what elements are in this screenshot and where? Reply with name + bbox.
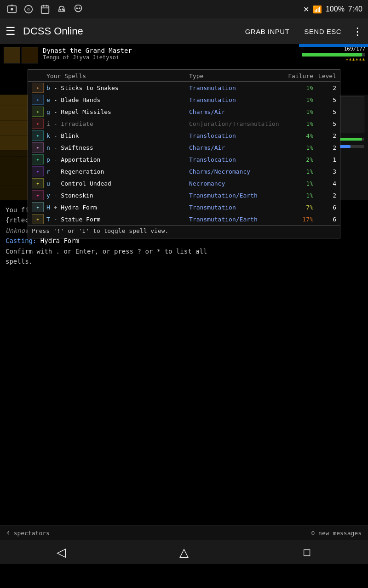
back-button[interactable]: ◁ [43, 543, 80, 561]
spell-level-cell: 5 [313, 96, 336, 103]
spell-icon: ✦ [32, 95, 44, 105]
spell-type-cell: Transmutation [189, 204, 281, 211]
spell-row[interactable]: ✦r - RegenerationCharms/Necromancy1%3 [28, 165, 340, 177]
spell-level-cell: 6 [313, 204, 336, 211]
spell-type-cell: Transmutation/Earth [189, 216, 281, 223]
spell-row[interactable]: ✦H + Hydra FormTransmutation7%6 [28, 201, 340, 213]
game-content: Dynast the Grand Master Tengu of Jiyva J… [0, 44, 368, 564]
svg-point-11 [63, 10, 64, 11]
spell-failure-cell: 1% [281, 192, 313, 199]
spell-row[interactable]: ✦u - Control UndeadNecromancy1%4 [28, 177, 340, 189]
spell-rows-container: ✦b - Sticks to SnakesTransmutation1%2✦e … [28, 82, 340, 225]
more-options-icon[interactable]: ⋮ [352, 26, 362, 37]
spell-icon: ✦ [32, 166, 44, 176]
health-area: 169/177 ****** [299, 46, 368, 64]
spell-icon: ✦ [32, 142, 44, 153]
wifi-icon: 📶 [313, 5, 322, 14]
home-button[interactable]: △ [166, 543, 202, 561]
spell-failure-cell: 7% [281, 204, 313, 211]
calendar-icon [39, 3, 52, 16]
spell-overlay: Your Spells Type Failure Level ✦b - Stic… [28, 69, 340, 238]
spell-type-cell: Transmutation/Earth [189, 192, 281, 199]
spell-row[interactable]: ✦i - IrradiateConjuration/Transmutation1… [28, 118, 340, 130]
spell-name-cell: b - Sticks to Snakes [46, 85, 189, 91]
spell-icon: ✦ [32, 130, 44, 141]
spell-row[interactable]: ✦n - SwiftnessCharms/Air1%2 [28, 141, 340, 153]
portrait-tile-1 [4, 47, 20, 63]
spell-level-cell: 5 [313, 120, 336, 127]
spell-failure-cell: 17% [281, 216, 313, 223]
app-title: DCSS Online [23, 25, 234, 37]
menu-icon[interactable]: ☰ [6, 25, 16, 38]
spectators-count: 4 spectators [6, 530, 50, 537]
spell-failure-cell: 1% [281, 180, 313, 187]
spell-level-cell: 6 [313, 216, 336, 223]
stat-bars: 169/177 ****** [299, 44, 368, 64]
clock: 7:40 [348, 5, 362, 13]
log-line-6: spells. [6, 256, 362, 266]
spell-type-cell: Translocation [189, 156, 281, 163]
spell-name-cell: e - Blade Hands [46, 96, 189, 103]
send-esc-button[interactable]: SEND ESC [300, 26, 345, 37]
spell-footer: Press '!' or 'I' to toggle spell view. [28, 225, 340, 236]
xp-bar [299, 44, 368, 47]
log-line-5: Confirm with . or Enter, or press ? or *… [6, 246, 362, 256]
spell-row[interactable]: ✦k - BlinkTranslocation4%2 [28, 130, 340, 141]
cat-icon [72, 3, 85, 16]
spell-failure-cell: 1% [281, 168, 313, 175]
spell-icon: ✦ [32, 119, 44, 129]
battery-level: 100% [326, 5, 345, 13]
stars-display: ****** [302, 57, 365, 64]
spell-name-cell: k - Blink [46, 132, 189, 139]
nav-bar: ◁ △ ◻ [0, 540, 368, 564]
status-bar-left: ☺ [6, 3, 85, 16]
spell-name-cell: i - Irradiate [46, 120, 189, 127]
spell-row[interactable]: ✦g - Repel MissilesCharms/Air1%5 [28, 106, 340, 118]
spell-level-cell: 1 [313, 156, 336, 163]
spell-level-cell: 5 [313, 108, 336, 115]
spell-icon: ✦ [32, 154, 44, 164]
spell-row[interactable]: ✦e - Blade HandsTransmutation1%5 [28, 94, 340, 106]
game-header: Dynast the Grand Master Tengu of Jiyva J… [0, 44, 368, 69]
col-your-spells: Your Spells [46, 73, 189, 79]
spell-level-cell: 2 [313, 132, 336, 139]
spell-name-cell: n - Swiftness [46, 144, 189, 151]
spell-header-row: Your Spells Type Failure Level [28, 72, 340, 82]
spell-name-cell: p - Apportation [46, 156, 189, 163]
spell-icon: ✦ [32, 83, 44, 93]
spell-type-cell: Transmutation [189, 85, 281, 91]
portrait-tile-2 [22, 47, 38, 63]
new-messages-count: 0 new messages [311, 530, 362, 537]
col-type: Type [189, 73, 281, 79]
spell-name-cell: H + Hydra Form [46, 204, 189, 211]
spell-type-cell: Charms/Air [189, 108, 281, 115]
spell-name-cell: g - Repel Missiles [46, 108, 189, 115]
col-failure: Failure [281, 73, 313, 79]
spell-icon: ✦ [32, 178, 44, 188]
spell-failure-cell: 1% [281, 108, 313, 115]
health-bar-fill [302, 53, 362, 57]
spell-level-cell: 2 [313, 192, 336, 199]
col-level: Level [313, 73, 336, 79]
spell-icon: ✦ [32, 190, 44, 200]
spell-row[interactable]: ✦p - ApportationTranslocation2%1 [28, 153, 340, 165]
svg-text:☺: ☺ [27, 7, 30, 12]
recents-button[interactable]: ◻ [288, 543, 325, 561]
grab-input-button[interactable]: GRAB INPUT [242, 26, 293, 37]
spell-row[interactable]: ✦T - Statue FormTransmutation/Earth17%6 [28, 213, 340, 225]
spell-type-cell: Conjuration/Transmutation [189, 120, 281, 127]
photo-icon [6, 3, 18, 16]
portrait-area [4, 47, 38, 63]
spell-failure-cell: 1% [281, 96, 313, 103]
spell-name-cell: T - Statue Form [46, 216, 189, 223]
svg-point-1 [11, 8, 13, 11]
spell-failure-cell: 1% [281, 144, 313, 151]
spell-name-cell: y - Stoneskin [46, 192, 189, 199]
status-bar: ☺ ✕ 📶 100% 7:40 [0, 0, 368, 18]
gamepad-icon: ☺ [22, 3, 35, 16]
spell-icon: ✦ [32, 202, 44, 212]
spell-row[interactable]: ✦b - Sticks to SnakesTransmutation1%2 [28, 82, 340, 94]
svg-point-12 [76, 8, 77, 9]
spell-row[interactable]: ✦y - StoneskinTransmutation/Earth1%2 [28, 189, 340, 201]
spell-icon: ✦ [32, 214, 44, 224]
